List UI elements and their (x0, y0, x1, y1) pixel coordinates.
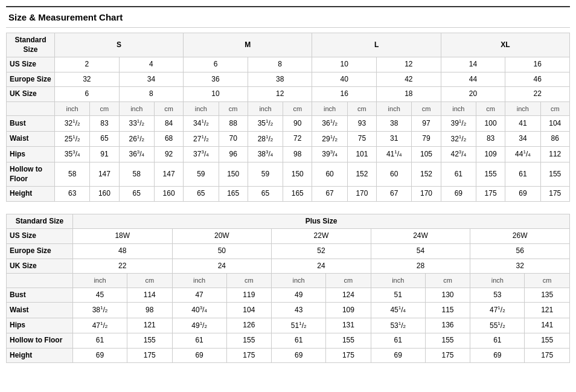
height-18w-inch: 69 (73, 348, 127, 363)
cm-label-1: cm (90, 101, 119, 115)
us-22w: 22W (272, 229, 371, 244)
bust-8-cm: 90 (283, 116, 312, 132)
header-xl: XL (441, 33, 569, 57)
uk-28b: 28 (371, 259, 470, 274)
waist-24w-inch: 451/4 (371, 303, 425, 318)
hips-4-cm: 92 (154, 147, 183, 162)
hips-16-inch: 441/4 (505, 147, 540, 162)
header-standard-size: Standard Size (7, 33, 55, 57)
cm-label-4: cm (283, 101, 312, 115)
us-24w: 24W (371, 229, 470, 244)
hollow-to-floor-row: Hollow to Floor 58 147 58 147 59 150 59 … (7, 162, 570, 187)
bust-20w-cm: 119 (226, 288, 272, 303)
uk-size-label-2: UK Size (7, 259, 73, 274)
htf-12-cm: 152 (412, 162, 441, 187)
htf-20w-cm: 155 (226, 333, 272, 349)
bust-12-inch: 38 (377, 116, 412, 132)
waist-8-inch: 281/2 (248, 131, 283, 147)
htf-4-inch: 58 (119, 162, 154, 187)
uk-22b: 22 (73, 259, 173, 274)
us-size-label: US Size (7, 57, 55, 72)
htf-22w-inch: 61 (272, 333, 326, 349)
waist-10-cm: 75 (347, 131, 376, 147)
bust-10-inch: 361/2 (312, 116, 347, 132)
cm-label-5: cm (347, 101, 376, 115)
us-8: 8 (248, 57, 312, 72)
height-20w-inch: 69 (172, 348, 226, 363)
uk-size-label: UK Size (7, 87, 55, 102)
height-10-inch: 67 (312, 187, 347, 202)
height-24w-cm: 175 (425, 348, 470, 363)
waist-4-cm: 68 (154, 131, 183, 147)
inch-label-5: inch (312, 101, 347, 115)
height-22w-cm: 175 (326, 348, 371, 363)
htf-2-inch: 58 (55, 162, 90, 187)
hips-2-cm: 91 (90, 147, 119, 162)
htf-20w-inch: 61 (172, 333, 226, 349)
uk-16: 16 (312, 87, 377, 102)
waist-6-cm: 70 (219, 131, 248, 147)
us-20w: 20W (172, 229, 272, 244)
us-10: 10 (312, 57, 377, 72)
eu-50: 50 (172, 244, 272, 259)
hips-24w-cm: 136 (425, 318, 470, 333)
waist-24w-cm: 115 (425, 303, 470, 318)
bust-10-cm: 93 (347, 116, 376, 132)
cm-label-2: cm (154, 101, 183, 115)
hips-14-inch: 423/4 (441, 147, 476, 162)
cm-label-p5: cm (525, 274, 570, 288)
bust-6-cm: 88 (219, 116, 248, 132)
htf-22w-cm: 155 (326, 333, 371, 349)
header-standard-size-2: Standard Size (7, 214, 73, 229)
htf-18w-inch: 61 (73, 333, 127, 349)
bust-8-inch: 351/2 (248, 116, 283, 132)
us-12: 12 (377, 57, 441, 72)
cm-label-6: cm (412, 101, 441, 115)
bust-6-inch: 341/2 (184, 116, 219, 132)
hips-22w-inch: 511/2 (272, 318, 326, 333)
waist-18w-inch: 381/2 (73, 303, 127, 318)
hips-8-cm: 98 (283, 147, 312, 162)
height-4-inch: 65 (119, 187, 154, 202)
htf-26w-inch: 61 (470, 333, 525, 349)
hips-20w-inch: 491/2 (172, 318, 226, 333)
waist-26w-cm: 121 (525, 303, 570, 318)
waist-12-cm: 79 (412, 131, 441, 147)
header-m: M (184, 33, 312, 57)
htf-12-inch: 60 (377, 162, 412, 187)
bust-20w-inch: 47 (172, 288, 226, 303)
height-16-cm: 175 (540, 187, 569, 202)
eu-56: 56 (470, 244, 570, 259)
htf-8-inch: 59 (248, 162, 283, 187)
uk-18: 18 (377, 87, 441, 102)
bust-26w-cm: 135 (525, 288, 570, 303)
hips-10-inch: 393/4 (312, 147, 347, 162)
inch-label-2: inch (119, 101, 154, 115)
waist-12-inch: 31 (377, 131, 412, 147)
bust-24w-inch: 51 (371, 288, 425, 303)
bust-14-inch: 391/2 (441, 116, 476, 132)
waist-2-inch: 251/2 (55, 131, 90, 147)
bust-22w-inch: 49 (272, 288, 326, 303)
page-title: Size & Measurement Chart (6, 6, 570, 28)
height-12-cm: 170 (412, 187, 441, 202)
uk-10: 10 (184, 87, 248, 102)
bust-4-inch: 331/2 (119, 116, 154, 132)
height-26w-inch: 69 (470, 348, 525, 363)
eu-34: 34 (119, 72, 184, 87)
header-l: L (312, 33, 441, 57)
waist-16-cm: 86 (540, 131, 569, 147)
inch-label-p1: inch (73, 274, 127, 288)
uk-24b: 24 (172, 259, 272, 274)
bust-row-plus: Bust 45 114 47 119 49 124 51 130 53 135 (7, 288, 570, 303)
height-14-cm: 175 (476, 187, 505, 202)
bust-24w-cm: 130 (425, 288, 470, 303)
us-26w: 26W (470, 229, 570, 244)
empty-cell (7, 101, 55, 115)
empty-cell-2 (7, 274, 73, 288)
height-14-inch: 69 (441, 187, 476, 202)
waist-14-cm: 83 (476, 131, 505, 147)
us-6: 6 (184, 57, 248, 72)
bust-16-cm: 104 (540, 116, 569, 132)
cm-label-7: cm (476, 101, 505, 115)
